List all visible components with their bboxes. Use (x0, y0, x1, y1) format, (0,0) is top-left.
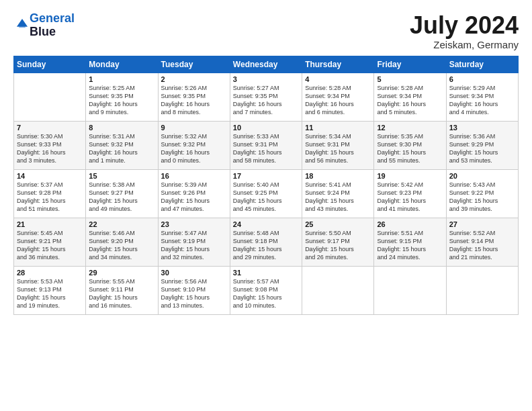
day-info: Sunrise: 5:38 AM Sunset: 9:27 PM Dayligh… (89, 181, 154, 214)
col-header-sunday: Sunday (14, 56, 86, 73)
logo: General Blue (13, 12, 75, 39)
day-info: Sunrise: 5:32 AM Sunset: 9:32 PM Dayligh… (161, 132, 227, 165)
day-number: 6 (449, 75, 515, 83)
day-number: 23 (161, 220, 227, 228)
day-info: Sunrise: 5:35 AM Sunset: 9:30 PM Dayligh… (377, 132, 443, 165)
day-number: 27 (449, 220, 515, 228)
day-info: Sunrise: 5:33 AM Sunset: 9:31 PM Dayligh… (233, 132, 299, 165)
week-row-1: 1Sunrise: 5:25 AM Sunset: 9:35 PM Daylig… (14, 73, 519, 121)
calendar-cell: 11Sunrise: 5:34 AM Sunset: 9:31 PM Dayli… (302, 121, 374, 169)
calendar-cell: 18Sunrise: 5:41 AM Sunset: 9:24 PM Dayli… (302, 169, 374, 218)
day-info: Sunrise: 5:28 AM Sunset: 9:34 PM Dayligh… (305, 84, 371, 117)
week-row-3: 14Sunrise: 5:37 AM Sunset: 9:28 PM Dayli… (14, 169, 519, 218)
day-info: Sunrise: 5:52 AM Sunset: 9:14 PM Dayligh… (449, 229, 515, 262)
day-number: 17 (233, 172, 299, 180)
calendar-cell: 20Sunrise: 5:43 AM Sunset: 9:22 PM Dayli… (446, 169, 518, 218)
calendar-cell: 23Sunrise: 5:47 AM Sunset: 9:19 PM Dayli… (158, 218, 230, 266)
calendar-cell: 31Sunrise: 5:57 AM Sunset: 9:08 PM Dayli… (230, 266, 302, 314)
day-info: Sunrise: 5:55 AM Sunset: 9:11 PM Dayligh… (89, 277, 154, 310)
day-info: Sunrise: 5:56 AM Sunset: 9:10 PM Dayligh… (161, 277, 227, 310)
calendar-cell (374, 266, 446, 314)
day-number: 13 (449, 124, 515, 132)
day-info: Sunrise: 5:43 AM Sunset: 9:22 PM Dayligh… (449, 181, 515, 214)
calendar-cell: 9Sunrise: 5:32 AM Sunset: 9:32 PM Daylig… (158, 121, 230, 169)
page: General Blue July 2024 Zeiskam, Germany … (0, 0, 532, 411)
calendar-cell: 2Sunrise: 5:26 AM Sunset: 9:35 PM Daylig… (158, 73, 230, 121)
calendar-table: SundayMondayTuesdayWednesdayThursdayFrid… (13, 56, 519, 315)
day-info: Sunrise: 5:40 AM Sunset: 9:25 PM Dayligh… (233, 181, 299, 214)
calendar-cell (446, 266, 518, 314)
day-info: Sunrise: 5:53 AM Sunset: 9:13 PM Dayligh… (17, 277, 83, 310)
day-number: 24 (233, 220, 299, 228)
day-number: 15 (89, 172, 154, 180)
col-header-monday: Monday (86, 56, 158, 73)
day-info: Sunrise: 5:26 AM Sunset: 9:35 PM Dayligh… (161, 84, 227, 117)
calendar-cell: 22Sunrise: 5:46 AM Sunset: 9:20 PM Dayli… (86, 218, 158, 266)
calendar-cell: 24Sunrise: 5:48 AM Sunset: 9:18 PM Dayli… (230, 218, 302, 266)
day-number: 21 (17, 220, 83, 228)
calendar-cell (302, 266, 374, 314)
day-info: Sunrise: 5:39 AM Sunset: 9:26 PM Dayligh… (161, 181, 227, 214)
day-number: 25 (305, 220, 371, 228)
calendar-cell: 29Sunrise: 5:55 AM Sunset: 9:11 PM Dayli… (86, 266, 158, 314)
calendar-cell: 14Sunrise: 5:37 AM Sunset: 9:28 PM Dayli… (14, 169, 86, 218)
calendar-cell: 26Sunrise: 5:51 AM Sunset: 9:15 PM Dayli… (374, 218, 446, 266)
week-row-2: 7Sunrise: 5:30 AM Sunset: 9:33 PM Daylig… (14, 121, 519, 169)
col-header-wednesday: Wednesday (230, 56, 302, 73)
day-info: Sunrise: 5:36 AM Sunset: 9:29 PM Dayligh… (449, 132, 515, 165)
location: Zeiskam, Germany (410, 39, 519, 50)
calendar-cell: 1Sunrise: 5:25 AM Sunset: 9:35 PM Daylig… (86, 73, 158, 121)
calendar-cell: 5Sunrise: 5:28 AM Sunset: 9:34 PM Daylig… (374, 73, 446, 121)
day-info: Sunrise: 5:48 AM Sunset: 9:18 PM Dayligh… (233, 229, 299, 262)
day-info: Sunrise: 5:46 AM Sunset: 9:20 PM Dayligh… (89, 229, 154, 262)
calendar-cell: 25Sunrise: 5:50 AM Sunset: 9:17 PM Dayli… (302, 218, 374, 266)
calendar-cell: 27Sunrise: 5:52 AM Sunset: 9:14 PM Dayli… (446, 218, 518, 266)
calendar-cell: 12Sunrise: 5:35 AM Sunset: 9:30 PM Dayli… (374, 121, 446, 169)
day-number: 31 (233, 269, 299, 277)
calendar-cell: 4Sunrise: 5:28 AM Sunset: 9:34 PM Daylig… (302, 73, 374, 121)
calendar-cell: 8Sunrise: 5:31 AM Sunset: 9:32 PM Daylig… (86, 121, 158, 169)
day-info: Sunrise: 5:42 AM Sunset: 9:23 PM Dayligh… (377, 181, 443, 214)
day-number: 14 (17, 172, 83, 180)
day-number: 2 (161, 75, 227, 83)
day-number: 3 (233, 75, 299, 83)
day-info: Sunrise: 5:27 AM Sunset: 9:35 PM Dayligh… (233, 84, 299, 117)
day-number: 12 (377, 124, 443, 132)
day-number: 4 (305, 75, 371, 83)
header-row: SundayMondayTuesdayWednesdayThursdayFrid… (14, 56, 519, 73)
day-number: 19 (377, 172, 443, 180)
day-info: Sunrise: 5:25 AM Sunset: 9:35 PM Dayligh… (89, 84, 154, 117)
calendar-cell: 17Sunrise: 5:40 AM Sunset: 9:25 PM Dayli… (230, 169, 302, 218)
day-info: Sunrise: 5:37 AM Sunset: 9:28 PM Dayligh… (17, 181, 83, 214)
day-number: 18 (305, 172, 371, 180)
day-info: Sunrise: 5:50 AM Sunset: 9:17 PM Dayligh… (305, 229, 371, 262)
day-number: 29 (89, 269, 154, 277)
col-header-saturday: Saturday (446, 56, 518, 73)
logo-text: General Blue (30, 12, 75, 39)
header: General Blue July 2024 Zeiskam, Germany (13, 12, 519, 50)
calendar-cell (14, 73, 86, 121)
week-row-5: 28Sunrise: 5:53 AM Sunset: 9:13 PM Dayli… (14, 266, 519, 314)
logo-icon (15, 17, 30, 32)
day-info: Sunrise: 5:57 AM Sunset: 9:08 PM Dayligh… (233, 277, 299, 310)
calendar-cell: 16Sunrise: 5:39 AM Sunset: 9:26 PM Dayli… (158, 169, 230, 218)
calendar-cell: 30Sunrise: 5:56 AM Sunset: 9:10 PM Dayli… (158, 266, 230, 314)
day-info: Sunrise: 5:34 AM Sunset: 9:31 PM Dayligh… (305, 132, 371, 165)
day-number: 5 (377, 75, 443, 83)
day-number: 20 (449, 172, 515, 180)
day-number: 26 (377, 220, 443, 228)
day-number: 7 (17, 124, 83, 132)
calendar-cell: 10Sunrise: 5:33 AM Sunset: 9:31 PM Dayli… (230, 121, 302, 169)
day-number: 8 (89, 124, 154, 132)
day-info: Sunrise: 5:31 AM Sunset: 9:32 PM Dayligh… (89, 132, 154, 165)
day-info: Sunrise: 5:29 AM Sunset: 9:34 PM Dayligh… (449, 84, 515, 117)
day-info: Sunrise: 5:28 AM Sunset: 9:34 PM Dayligh… (377, 84, 443, 117)
calendar-cell: 7Sunrise: 5:30 AM Sunset: 9:33 PM Daylig… (14, 121, 86, 169)
day-number: 22 (89, 220, 154, 228)
day-info: Sunrise: 5:30 AM Sunset: 9:33 PM Dayligh… (17, 132, 83, 165)
day-number: 16 (161, 172, 227, 180)
title-block: July 2024 Zeiskam, Germany (410, 12, 519, 50)
day-number: 10 (233, 124, 299, 132)
calendar-cell: 28Sunrise: 5:53 AM Sunset: 9:13 PM Dayli… (14, 266, 86, 314)
day-number: 30 (161, 269, 227, 277)
